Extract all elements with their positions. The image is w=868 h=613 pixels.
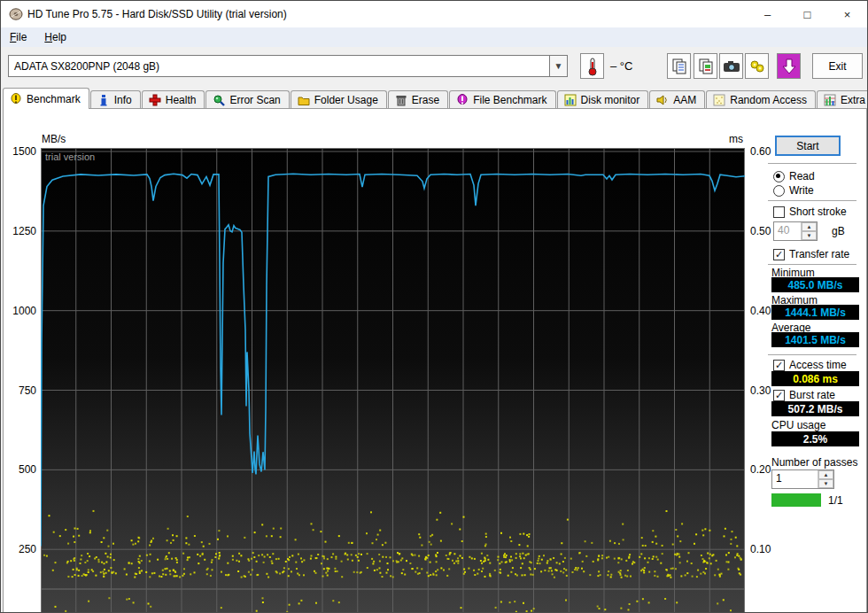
write-radio[interactable]: Write bbox=[773, 184, 814, 197]
tab-folder-usage[interactable]: Folder Usage bbox=[291, 90, 387, 109]
separator bbox=[768, 200, 856, 201]
random-icon bbox=[713, 94, 725, 106]
window-title: HD Tune Pro 5.75 - Hard Disk/SSD Utility… bbox=[27, 8, 287, 20]
radio-icon bbox=[773, 185, 785, 197]
read-label: Read bbox=[789, 170, 815, 182]
drive-select[interactable]: ADATA SX8200PNP (2048 gB) bbox=[8, 55, 550, 77]
extra-icon bbox=[824, 94, 836, 106]
tab-label: Benchmark bbox=[27, 93, 81, 105]
cpu-usage-label: CPU usage bbox=[771, 419, 825, 431]
left-axis-tick: 250 bbox=[1, 543, 36, 555]
app-disk-icon bbox=[9, 7, 23, 21]
checkbox-checked-icon: ✓ bbox=[773, 360, 785, 371]
minimize-button[interactable]: – bbox=[748, 1, 787, 27]
info-icon bbox=[97, 94, 110, 106]
spin-up-icon[interactable]: ▲ bbox=[818, 470, 833, 479]
tab-file-benchmark[interactable]: File Benchmark bbox=[449, 90, 555, 109]
exit-label: Exit bbox=[828, 60, 846, 73]
spinner-arrows[interactable]: ▲▼ bbox=[818, 470, 833, 488]
benchmark-chart bbox=[41, 148, 745, 613]
menu-help[interactable]: Help bbox=[35, 29, 75, 45]
right-axis-tick: 0.40 bbox=[750, 305, 786, 317]
spinner-arrows[interactable]: ▲▼ bbox=[801, 222, 817, 240]
tab-aam[interactable]: AAM bbox=[649, 90, 705, 109]
spin-up-icon[interactable]: ▲ bbox=[802, 222, 817, 231]
folder-icon bbox=[298, 94, 310, 106]
spin-down-icon[interactable]: ▼ bbox=[818, 479, 833, 488]
tab-label: AAM bbox=[673, 94, 696, 106]
burst-rate-value: 507.2 MB/s bbox=[771, 401, 859, 416]
left-axis-tick: 1000 bbox=[1, 305, 36, 317]
access-time-checkbox[interactable]: ✓ Access time bbox=[773, 359, 847, 371]
short-stroke-checkbox[interactable]: Short stroke bbox=[773, 206, 847, 218]
temperature-value: – bbox=[610, 59, 616, 73]
right-axis-tick: 0.50 bbox=[750, 225, 786, 237]
copy-text-button[interactable] bbox=[667, 53, 691, 79]
bench-icon bbox=[10, 93, 22, 105]
temperature-unit: °C bbox=[620, 59, 633, 73]
tab-label: Random Access bbox=[730, 94, 807, 106]
monitor-icon bbox=[564, 94, 577, 106]
download-icon bbox=[782, 58, 796, 74]
tab-disk-monitor[interactable]: Disk monitor bbox=[557, 90, 649, 109]
short-stroke-label: Short stroke bbox=[789, 206, 847, 218]
write-label: Write bbox=[789, 184, 814, 197]
toolbar: ADATA SX8200PNP (2048 gB) ▼ – °C bbox=[1, 47, 867, 86]
separator bbox=[768, 264, 856, 265]
progress-text: 1/1 bbox=[828, 494, 843, 507]
options-button[interactable] bbox=[745, 53, 769, 79]
drive-selected-label: ADATA SX8200PNP (2048 gB) bbox=[14, 60, 159, 73]
checkbox-checked-icon: ✓ bbox=[773, 249, 785, 260]
tab-label: Disk monitor bbox=[581, 94, 640, 106]
temperature-readout: – °C bbox=[610, 59, 632, 73]
minimum-value: 485.0 MB/s bbox=[771, 277, 859, 292]
temperature-button[interactable] bbox=[580, 53, 604, 79]
burst-rate-label: Burst rate bbox=[789, 389, 835, 401]
cpu-usage-value: 2.5% bbox=[771, 431, 859, 446]
drive-select-arrow-icon[interactable]: ▼ bbox=[549, 55, 568, 77]
access-time-label: Access time bbox=[789, 359, 847, 371]
aam-icon bbox=[656, 94, 669, 106]
tab-error-scan[interactable]: Error Scan bbox=[205, 90, 289, 109]
update-download-button[interactable] bbox=[777, 53, 801, 79]
title-bar: HD Tune Pro 5.75 - Hard Disk/SSD Utility… bbox=[1, 1, 867, 27]
scan-icon bbox=[213, 94, 225, 106]
tools-icon bbox=[749, 58, 765, 74]
left-axis-unit-label: MB/s bbox=[42, 133, 66, 145]
average-value: 1401.5 MB/s bbox=[771, 332, 859, 347]
menu-bar: FileHelp bbox=[1, 27, 867, 48]
tab-benchmark[interactable]: Benchmark bbox=[3, 88, 89, 109]
read-radio[interactable]: Read bbox=[773, 170, 815, 182]
exit-button[interactable]: Exit bbox=[812, 53, 863, 79]
tab-erase[interactable]: Erase bbox=[388, 90, 448, 109]
tab-health[interactable]: Health bbox=[142, 90, 205, 109]
tab-label: Extra tests bbox=[841, 94, 868, 106]
thermometer-icon bbox=[587, 57, 598, 76]
tab-label: File Benchmark bbox=[473, 94, 546, 106]
progress-bar bbox=[771, 493, 821, 507]
tab-random-access[interactable]: Random Access bbox=[706, 90, 816, 109]
left-axis-tick: 1250 bbox=[1, 225, 36, 237]
radio-selected-icon bbox=[773, 171, 785, 182]
left-axis-tick: 500 bbox=[1, 463, 36, 476]
checkbox-unchecked-icon bbox=[773, 206, 785, 218]
copy-image-button[interactable] bbox=[694, 53, 717, 79]
tab-bar: BenchmarkInfoHealthError ScanFolder Usag… bbox=[3, 88, 867, 109]
right-axis-tick: 0.10 bbox=[750, 543, 786, 555]
erase-icon bbox=[395, 94, 407, 106]
right-axis-unit-label: ms bbox=[709, 133, 743, 145]
right-axis-tick: 0.30 bbox=[750, 384, 786, 397]
filebench-icon bbox=[456, 94, 469, 106]
separator bbox=[768, 163, 856, 164]
tab-extra-tests[interactable]: Extra tests bbox=[817, 90, 868, 109]
tab-label: Health bbox=[166, 94, 197, 106]
transfer-rate-checkbox[interactable]: ✓ Transfer rate bbox=[773, 248, 849, 260]
screenshot-button[interactable] bbox=[719, 53, 743, 79]
menu-file[interactable]: File bbox=[1, 29, 35, 45]
camera-icon bbox=[723, 59, 740, 74]
close-button[interactable]: × bbox=[827, 1, 867, 27]
spin-down-icon[interactable]: ▼ bbox=[802, 231, 817, 240]
maximize-button[interactable]: □ bbox=[787, 1, 827, 27]
tab-info[interactable]: Info bbox=[90, 90, 141, 109]
tab-label: Error Scan bbox=[229, 94, 280, 106]
